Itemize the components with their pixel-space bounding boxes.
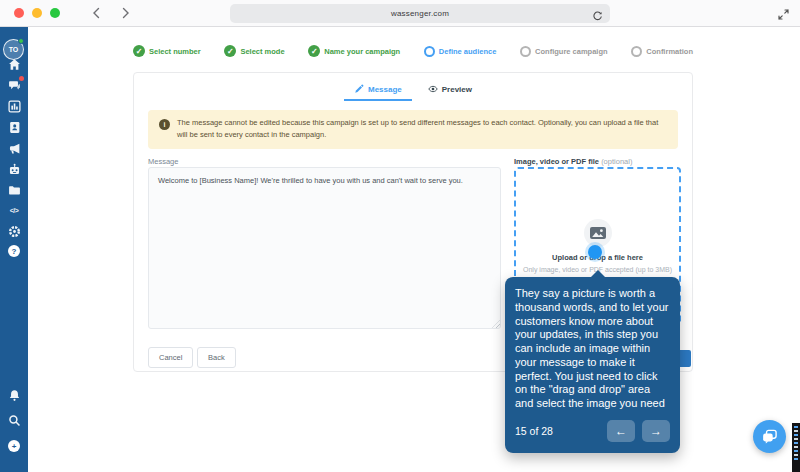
sidebar-item-analytics[interactable] xyxy=(0,98,28,114)
folder-icon xyxy=(8,184,21,197)
help-icon: ? xyxy=(8,245,20,257)
url-text: wassenger.com xyxy=(391,9,449,18)
file-label-optional: (optional) xyxy=(601,157,632,166)
sidebar-item-files[interactable] xyxy=(0,182,28,198)
back-button[interactable]: Back xyxy=(197,347,236,368)
sidebar-item-notifications[interactable] xyxy=(0,387,28,403)
check-icon: ✓ xyxy=(308,45,320,57)
step-configure-campaign[interactable]: Configure campaign xyxy=(520,45,608,57)
info-icon: i xyxy=(159,119,170,130)
sidebar-item-home[interactable] xyxy=(0,56,28,72)
bell-icon xyxy=(8,389,21,402)
chat-bubbles-icon xyxy=(761,428,778,445)
sidebar-item-developer[interactable]: </> xyxy=(0,202,28,218)
close-window-button[interactable] xyxy=(14,8,24,18)
sidebar-item-bots[interactable] xyxy=(0,161,28,177)
tour-prev-button[interactable]: ← xyxy=(607,420,635,442)
step-define-audience[interactable]: Define audience xyxy=(424,45,497,57)
sidebar-item-chats[interactable] xyxy=(0,77,28,93)
step-confirmation[interactable]: Confirmation xyxy=(631,45,693,57)
active-step-circle-icon xyxy=(424,46,435,57)
contacts-icon xyxy=(8,121,21,134)
message-preview-tabs: Message Preview xyxy=(134,73,692,101)
home-icon xyxy=(8,58,21,71)
sidebar-item-settings[interactable] xyxy=(0,223,28,239)
step-label: Select mode xyxy=(240,47,284,56)
tour-next-button[interactable]: → xyxy=(642,420,670,442)
sidebar-item-contacts[interactable] xyxy=(0,119,28,135)
info-banner-text: The message cannot be edited because thi… xyxy=(177,117,667,142)
window-controls[interactable] xyxy=(14,8,60,18)
chart-icon xyxy=(8,100,21,113)
browser-back-button[interactable] xyxy=(88,4,104,22)
gear-icon xyxy=(8,225,21,238)
tour-footer: 15 of 28 ← → xyxy=(515,420,670,442)
message-textarea[interactable]: Welcome to [Business Name]! We're thrill… xyxy=(148,167,501,329)
pending-step-circle-icon xyxy=(631,46,642,57)
cancel-button[interactable]: Cancel xyxy=(148,347,193,368)
file-label-text: Image, video or PDF file xyxy=(514,157,599,166)
sidebar-item-create[interactable]: + xyxy=(0,438,28,454)
pending-step-circle-icon xyxy=(520,46,531,57)
main-content: ✓ Select number ✓ Select mode ✓ Name you… xyxy=(28,27,800,472)
plus-icon: + xyxy=(8,440,20,452)
support-chat-button[interactable] xyxy=(753,420,786,453)
tab-label: Preview xyxy=(442,85,472,94)
step-label: Define audience xyxy=(439,47,497,56)
tab-message[interactable]: Message xyxy=(344,78,412,101)
robot-icon xyxy=(8,163,21,176)
megaphone-icon xyxy=(8,142,21,155)
message-label: Message xyxy=(148,157,178,166)
tab-preview[interactable]: Preview xyxy=(418,78,482,101)
sidebar-item-campaigns[interactable] xyxy=(0,140,28,156)
tour-beacon[interactable] xyxy=(588,245,602,259)
step-label: Confirmation xyxy=(646,47,693,56)
tour-text: They say a picture is worth a thousand w… xyxy=(515,287,670,411)
expand-window-icon[interactable] xyxy=(777,7,790,20)
app-sidebar: TO </> ? + xyxy=(0,27,28,472)
step-label: Configure campaign xyxy=(535,47,608,56)
screen-edge-widget xyxy=(790,423,800,472)
address-bar[interactable]: wassenger.com xyxy=(230,4,610,23)
online-status-dot xyxy=(18,38,24,44)
browser-chrome: wassenger.com xyxy=(0,0,800,27)
step-label: Name your campaign xyxy=(324,47,400,56)
step-select-number[interactable]: ✓ Select number xyxy=(133,45,201,57)
tour-progress: 15 of 28 xyxy=(515,425,553,437)
reload-icon[interactable] xyxy=(592,8,603,19)
check-icon: ✓ xyxy=(224,45,236,57)
check-icon: ✓ xyxy=(133,45,145,57)
step-select-mode[interactable]: ✓ Select mode xyxy=(224,45,284,57)
minimize-window-button[interactable] xyxy=(32,8,42,18)
search-icon xyxy=(8,414,21,427)
file-field-label: Image, video or PDF file (optional) xyxy=(514,157,632,166)
sidebar-item-search[interactable] xyxy=(0,412,28,428)
sidebar-item-help[interactable]: ? xyxy=(0,243,28,259)
step-name-campaign[interactable]: ✓ Name your campaign xyxy=(308,45,400,57)
browser-forward-button[interactable] xyxy=(118,4,134,22)
code-icon: </> xyxy=(10,207,19,214)
campaign-stepper: ✓ Select number ✓ Select mode ✓ Name you… xyxy=(133,45,693,57)
tour-tooltip: They say a picture is worth a thousand w… xyxy=(505,277,680,453)
notification-dot xyxy=(19,76,24,81)
info-banner: i The message cannot be edited because t… xyxy=(148,110,678,149)
pencil-icon xyxy=(354,84,364,94)
step-label: Select number xyxy=(149,47,201,56)
tab-label: Message xyxy=(368,85,402,94)
image-icon xyxy=(584,219,612,247)
eye-icon xyxy=(428,84,438,94)
zoom-window-button[interactable] xyxy=(50,8,60,18)
chat-icon xyxy=(8,79,21,92)
